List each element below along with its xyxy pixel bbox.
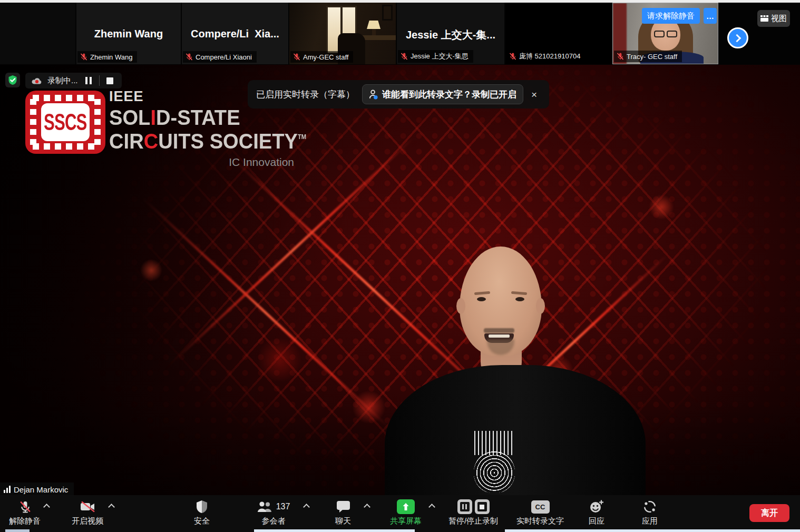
person-privacy-icon — [369, 90, 378, 100]
participants-label: 参会者 — [262, 516, 286, 526]
participant-name: Zhemin Wang — [76, 28, 181, 40]
share-screen-label: 共享屏幕 — [390, 516, 422, 526]
close-banner-button[interactable]: × — [531, 90, 537, 100]
participant-label-text: Compere/Li Xiaoni — [196, 53, 252, 61]
muted-mic-icon — [18, 500, 32, 514]
shirt-emblem-rings — [474, 451, 515, 493]
pause-icon — [85, 77, 92, 84]
participant-label: Tracy- GEC staff — [614, 51, 682, 62]
window-bottom-edge — [254, 529, 415, 532]
unmute-button[interactable]: 解除静音 — [4, 498, 46, 526]
meeting-toolbar: 解除静音 开启视频 安全 — [0, 495, 800, 532]
chip-pads — [33, 95, 98, 101]
logo-line1: SOLID-STATE — [109, 107, 315, 129]
participant-tile-jessie[interactable]: Jessie 上交大-集... Jessie 上交大-集思 — [397, 3, 504, 64]
speaker-eyebrow — [474, 291, 490, 295]
next-participants-button[interactable] — [727, 27, 748, 48]
participants-count: 137 — [276, 502, 290, 511]
chip-pads — [30, 99, 36, 145]
apps-icon — [643, 500, 657, 514]
participant-label-text: Zhemin Wang — [90, 53, 132, 61]
pause-recording-icon — [457, 499, 472, 514]
speaker-ear — [456, 298, 465, 314]
recording-indicator: 录制中... — [25, 73, 122, 88]
apps-label: 应用 — [642, 516, 658, 526]
participant-name: Jessie 上交大-集... — [397, 28, 504, 42]
live-transcription-banner: 已启用实时转录（字幕） 谁能看到此转录文字？录制已开启 × — [248, 80, 549, 109]
more-options-button[interactable]: … — [704, 8, 717, 24]
logo-tagline: IC Innovation — [112, 156, 294, 169]
speaker-goatee — [487, 339, 514, 355]
security-button[interactable]: 安全 — [181, 498, 223, 526]
muted-mic-icon — [617, 52, 624, 61]
view-button-label: 视图 — [771, 14, 787, 24]
share-screen-button[interactable]: 共享屏幕 — [379, 498, 432, 526]
participant-label-text: Tracy- GEC staff — [627, 53, 677, 61]
zoom-meeting-window: Zhemin Wang Zhemin Wang Compere/Li Xia..… — [0, 0, 800, 532]
muted-mic-icon — [401, 52, 408, 61]
stop-recording-button[interactable] — [104, 74, 116, 87]
pause-stop-recording-button[interactable]: 暂停/停止录制 — [442, 498, 505, 526]
unmute-label: 解除静音 — [9, 516, 41, 526]
muted-mic-icon — [186, 53, 193, 61]
pause-recording-button[interactable] — [82, 74, 95, 87]
reactions-button[interactable]: 回应 — [575, 498, 618, 526]
participant-label: Compere/Li Xiaoni — [183, 51, 257, 63]
smiley-plus-icon — [589, 499, 604, 514]
participant-label-text: Amy-GEC staff — [303, 53, 348, 61]
share-screen-icon — [397, 499, 415, 514]
leave-meeting-button[interactable]: 离开 — [749, 504, 789, 522]
live-transcript-label: 实时转录文字 — [516, 516, 564, 526]
participants-options-chevron[interactable] — [303, 504, 310, 510]
chat-button[interactable]: 聊天 — [322, 498, 364, 526]
participant-label-text: 庞博 521021910704 — [519, 52, 580, 61]
speaker-ear — [536, 298, 545, 314]
audio-level-icon — [4, 486, 11, 493]
participant-tile-pangbo[interactable]: 庞博 521021910704 — [505, 3, 611, 64]
cloud-recording-icon — [31, 76, 43, 85]
participant-name: Compere/Li Xia... — [182, 28, 288, 40]
pause-stop-recording-label: 暂停/停止录制 — [448, 516, 498, 526]
transcription-enabled-text: 已启用实时转录（字幕） — [256, 88, 355, 101]
apps-button[interactable]: 应用 — [629, 498, 671, 526]
reactions-label: 回应 — [589, 516, 604, 526]
speaker-name-label: Dejan Markovic — [0, 482, 74, 495]
participant-label: Amy-GEC staff — [290, 51, 353, 63]
participant-label-text: Jessie 上交大-集思 — [411, 52, 469, 61]
speaker-name-text: Dejan Markovic — [14, 485, 68, 494]
speaker-mustache — [484, 328, 514, 333]
grid-view-icon — [760, 15, 768, 22]
speaker-eye — [515, 297, 524, 301]
participant-tile-offscreen[interactable] — [0, 3, 75, 64]
tracy-glasses — [653, 31, 678, 38]
start-video-label: 开启视频 — [72, 516, 103, 526]
logo-line2: CIRCUITS SOCIETYTM — [109, 131, 315, 152]
participant-tile-zhemin[interactable]: Zhemin Wang Zhemin Wang — [76, 3, 181, 64]
participant-tile-tracy[interactable]: 请求解除静音 … Tracy- GEC staff — [612, 3, 718, 64]
request-unmute-button[interactable]: 请求解除静音 — [642, 8, 700, 24]
chevron-right-icon — [733, 34, 741, 42]
security-badge[interactable] — [5, 73, 20, 87]
main-speaker-video: SSCS IEEE SOLID-STATE CIRCUITS SOCIETYTM… — [0, 65, 800, 495]
participant-label: Jessie 上交大-集思 — [398, 50, 473, 63]
chat-label: 聊天 — [335, 516, 351, 526]
recording-status-text: 录制中... — [47, 76, 78, 86]
live-transcript-button[interactable]: CC 实时转录文字 — [509, 498, 572, 526]
participant-label: 庞博 521021910704 — [506, 50, 585, 63]
muted-mic-icon — [509, 52, 516, 61]
transcription-question-pill[interactable]: 谁能看到此转录文字？录制已开启 — [362, 84, 523, 104]
view-button[interactable]: 视图 — [757, 10, 790, 27]
speaker-eyebrow — [511, 291, 527, 295]
muted-camera-icon — [80, 500, 96, 513]
stop-icon — [106, 77, 113, 84]
chat-options-chevron[interactable] — [364, 504, 370, 510]
participant-label: Zhemin Wang — [77, 51, 137, 63]
participant-tile-compere[interactable]: Compere/Li Xia... Compere/Li Xiaoni — [182, 3, 288, 64]
participant-tile-amy[interactable]: Amy-GEC staff — [289, 3, 396, 64]
window-bottom-edge — [505, 529, 800, 532]
start-video-button[interactable]: 开启视频 — [61, 498, 114, 526]
amy-picture-frame — [382, 5, 393, 21]
participants-button[interactable]: 137 参会者 — [247, 498, 300, 526]
security-label: 安全 — [194, 516, 210, 526]
chat-bubble-icon — [336, 500, 350, 513]
